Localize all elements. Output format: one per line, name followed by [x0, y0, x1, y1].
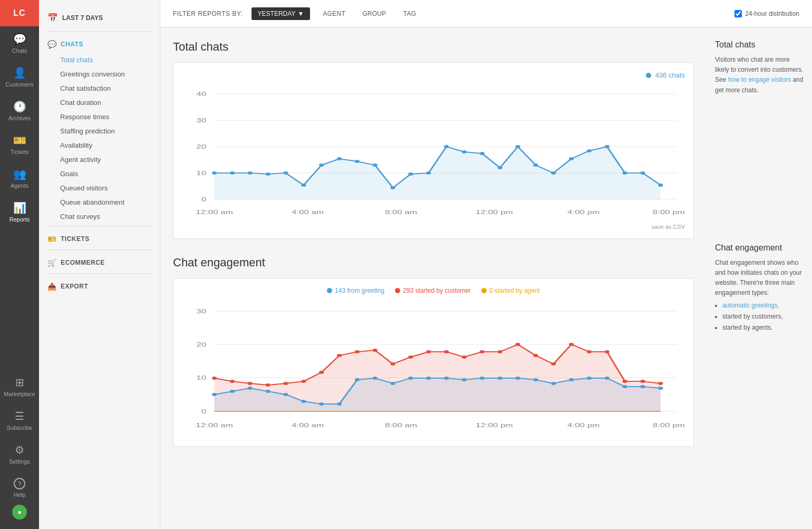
sidebar: LC 💬 Chats 👤 Customers 🕐 Archives 🎫 Tick… — [0, 0, 39, 529]
svg-point-64 — [355, 350, 360, 353]
svg-text:4:00 am: 4:00 am — [292, 422, 324, 428]
sidebar-item-agents[interactable]: 👥 Agents — [0, 161, 39, 195]
nav-queue-abandonment[interactable]: Queue abandonment — [39, 195, 160, 209]
nav-chat-duration[interactable]: Chat duration — [39, 95, 160, 110]
svg-text:0: 0 — [201, 196, 206, 203]
svg-text:12:00 pm: 12:00 pm — [476, 422, 513, 428]
svg-point-89 — [337, 402, 342, 406]
svg-point-93 — [408, 377, 413, 380]
svg-point-32 — [498, 166, 502, 169]
svg-point-104 — [605, 377, 610, 380]
svg-point-75 — [551, 362, 556, 366]
svg-point-34 — [533, 163, 538, 167]
svg-point-23 — [337, 157, 342, 160]
svg-text:8:00 am: 8:00 am — [385, 422, 417, 428]
nav-chat-surveys[interactable]: Chat surveys — [39, 209, 160, 224]
chat-engagement-info: Chat engagement Chat engagement shows wh… — [715, 243, 804, 333]
distribution-checkbox[interactable] — [734, 10, 742, 17]
svg-point-80 — [640, 380, 645, 383]
tickets-section-header[interactable]: 🎫 TICKETS — [39, 228, 160, 247]
sidebar-item-customers[interactable]: 👤 Customers — [0, 60, 39, 94]
nav-goals[interactable]: Goals — [39, 167, 160, 181]
sidebar-item-tickets[interactable]: 🎫 Tickets — [0, 128, 39, 161]
svg-point-40 — [640, 171, 645, 175]
left-navigation-panel: 📅 LAST 7 DAYS 💬 CHATS Total chats Greeti… — [39, 0, 160, 529]
sidebar-item-chats[interactable]: 💬 Chats — [0, 26, 39, 60]
svg-text:0: 0 — [201, 408, 206, 415]
sidebar-item-settings[interactable]: ⚙ Settings — [0, 437, 39, 471]
sidebar-bottom: ⊞ Marketplace ☰ Subscribe ⚙ Settings ? H… — [0, 370, 39, 529]
archives-icon: 🕐 — [13, 100, 26, 113]
tag-filter-button[interactable]: TAG — [399, 7, 421, 20]
subscribe-icon: ☰ — [15, 410, 24, 422]
svg-point-87 — [301, 400, 306, 403]
main-content: FILTER REPORTS BY: YESTERDAY ▼ AGENT GRO… — [160, 0, 812, 529]
svg-point-97 — [480, 377, 485, 380]
svg-point-24 — [355, 160, 360, 163]
sidebar-item-help[interactable]: ? Help — [0, 471, 39, 505]
nav-total-chats[interactable]: Total chats — [39, 53, 160, 67]
svg-text:4:00 am: 4:00 am — [292, 209, 324, 215]
svg-text:10: 10 — [196, 170, 206, 176]
distribution-checkbox-label[interactable]: 24-hour distribution — [734, 10, 799, 17]
divider-3 — [47, 249, 151, 250]
svg-text:30: 30 — [196, 308, 206, 314]
agent-legend-dot — [481, 288, 487, 293]
nav-agent-activity[interactable]: Agent activity — [39, 152, 160, 167]
svg-point-37 — [587, 149, 592, 152]
sidebar-item-reports[interactable]: 📊 Reports — [0, 195, 39, 229]
app-logo: LC — [0, 0, 39, 26]
svg-point-30 — [462, 150, 467, 153]
total-chats-legend: 436 chats — [182, 71, 685, 79]
automatic-greetings-link[interactable]: automatic greetings, — [722, 302, 779, 309]
greeting-legend-label: 143 from greeting — [335, 287, 384, 294]
total-chats-legend-label: 436 chats — [655, 71, 685, 79]
svg-point-103 — [587, 377, 592, 380]
chat-engagement-chart-box: 143 from greeting 293 started by custome… — [173, 278, 694, 447]
agent-filter-button[interactable]: AGENT — [318, 7, 350, 20]
total-chats-section: Total chats 436 chats 40 — [173, 40, 694, 239]
svg-point-71 — [480, 350, 485, 353]
nav-greetings-conversion[interactable]: Greetings conversion — [39, 67, 160, 81]
svg-point-96 — [462, 378, 467, 381]
svg-point-88 — [319, 402, 324, 406]
svg-point-20 — [283, 171, 288, 175]
total-chats-chart-box: 436 chats 40 30 20 10 0 — [173, 62, 694, 239]
svg-point-66 — [390, 362, 395, 366]
svg-point-59 — [265, 383, 270, 387]
svg-point-21 — [301, 184, 306, 187]
svg-text:12:00 am: 12:00 am — [196, 209, 233, 215]
export-section-header[interactable]: 📤 EXPORT — [39, 276, 160, 295]
divider-2 — [47, 226, 151, 226]
sidebar-item-subscribe[interactable]: ☰ Subscribe — [0, 403, 39, 437]
group-filter-button[interactable]: GROUP — [358, 7, 391, 20]
nav-queued-visitors[interactable]: Queued visitors — [39, 181, 160, 195]
svg-text:20: 20 — [196, 143, 206, 150]
agents-icon: 👥 — [13, 168, 26, 180]
svg-point-95 — [444, 377, 449, 380]
sidebar-item-marketplace[interactable]: ⊞ Marketplace — [0, 370, 39, 403]
save-csv-total-chats[interactable]: save as CSV — [182, 220, 685, 230]
nav-response-times[interactable]: Response times — [39, 110, 160, 124]
engage-visitors-link[interactable]: how to engage visitors — [728, 76, 791, 83]
tickets-section-icon: 🎫 — [47, 235, 56, 243]
nav-staffing-prediction[interactable]: Staffing prediction — [39, 124, 160, 138]
nav-chat-satisfaction[interactable]: Chat satisfaction — [39, 81, 160, 95]
svg-point-105 — [623, 385, 627, 388]
svg-point-86 — [283, 393, 288, 396]
svg-point-28 — [426, 171, 431, 175]
sidebar-item-archives[interactable]: 🕐 Archives — [0, 94, 39, 128]
agent-legend-item: 0 started by agent — [481, 287, 540, 294]
total-chats-svg: 40 30 20 10 0 12:00 am 4:00 am 8:00 am 1… — [182, 83, 685, 220]
total-chats-legend-dot — [646, 73, 651, 78]
nav-availability[interactable]: Availability — [39, 138, 160, 152]
ecommerce-section-header[interactable]: 🛒 ECOMMERCE — [39, 252, 160, 271]
chats-section-header[interactable]: 💬 CHATS — [39, 34, 160, 53]
svg-point-19 — [265, 172, 270, 176]
content-area: Total chats 436 chats 40 — [160, 27, 812, 529]
svg-text:30: 30 — [196, 117, 206, 123]
svg-point-76 — [569, 343, 574, 346]
engagement-legend: 143 from greeting 293 started by custome… — [182, 287, 685, 294]
chats-section-icon: 💬 — [47, 40, 56, 49]
yesterday-filter-button[interactable]: YESTERDAY ▼ — [252, 7, 311, 20]
